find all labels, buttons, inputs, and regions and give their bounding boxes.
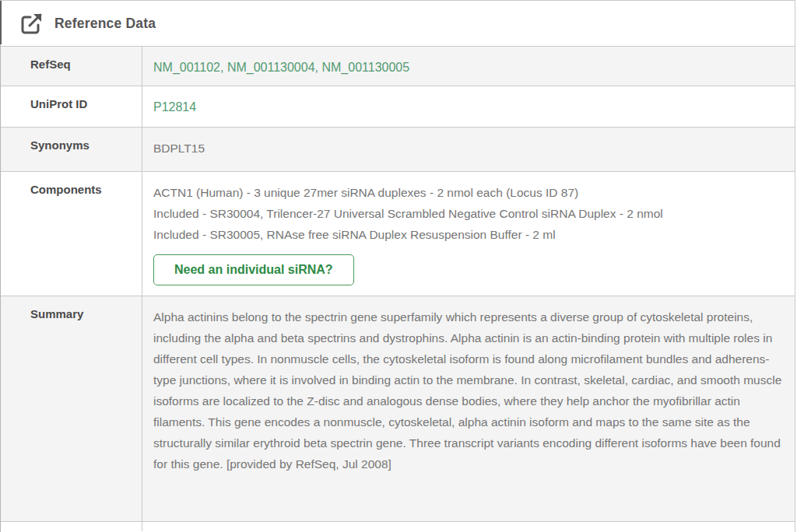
- table-row-components: Components ACTN1 (Human) - 3 unique 27me…: [1, 171, 795, 296]
- reference-data-panel: Reference Data RefSeq NM_001102, NM_0011…: [0, 0, 795, 532]
- summary-label-cell: Summary: [1, 296, 142, 521]
- table-row-refseq: RefSeq NM_001102, NM_001130004, NM_00113…: [1, 46, 795, 86]
- uniprot-label-cell: UniProt ID: [1, 86, 142, 127]
- components-label-cell: Components: [1, 172, 142, 296]
- panel-title: Reference Data: [54, 16, 156, 32]
- external-link-icon[interactable]: [19, 11, 44, 36]
- components-line: Included - SR30004, Trilencer-27 Univers…: [153, 203, 784, 224]
- synonyms-value-cell: BDPLT15: [142, 128, 795, 171]
- components-line: ACTN1 (Human) - 3 unique 27mer siRNA dup…: [153, 182, 784, 203]
- need-individual-sirna-button[interactable]: Need an individual siRNA?: [153, 254, 354, 285]
- summary-value-cell: Alpha actinins belong to the spectrin ge…: [142, 296, 795, 521]
- refseq-label-cell: RefSeq: [1, 47, 142, 86]
- row-label: UniProt ID: [30, 97, 87, 110]
- refseq-links[interactable]: NM_001102, NM_001130004, NM_001130005: [153, 61, 409, 74]
- table-row-summary: Summary Alpha actinins belong to the spe…: [1, 296, 795, 521]
- synonyms-label-cell: Synonyms: [1, 128, 142, 171]
- table-row-partial: [1, 521, 795, 531]
- uniprot-link[interactable]: P12814: [153, 100, 196, 114]
- components-line: Included - SR30005, RNAse free siRNA Dup…: [153, 224, 784, 245]
- summary-text: Alpha actinins belong to the spectrin ge…: [153, 306, 784, 474]
- synonyms-value: BDPLT15: [153, 142, 205, 155]
- row-label: RefSeq: [30, 58, 71, 71]
- uniprot-value-cell: P12814: [142, 86, 795, 127]
- partial-value-cell: [142, 522, 795, 531]
- row-label: Summary: [30, 307, 83, 320]
- window-edge: [0, 1, 2, 44]
- row-label: Synonyms: [30, 138, 90, 152]
- components-value-cell: ACTN1 (Human) - 3 unique 27mer siRNA dup…: [142, 172, 795, 296]
- refseq-value-cell: NM_001102, NM_001130004, NM_001130005: [142, 47, 795, 86]
- table-row-synonyms: Synonyms BDPLT15: [1, 127, 795, 171]
- table-row-uniprot: UniProt ID P12814: [1, 86, 795, 127]
- row-label: Components: [30, 183, 102, 196]
- partial-label-cell: [1, 522, 142, 531]
- panel-header: Reference Data: [1, 1, 795, 46]
